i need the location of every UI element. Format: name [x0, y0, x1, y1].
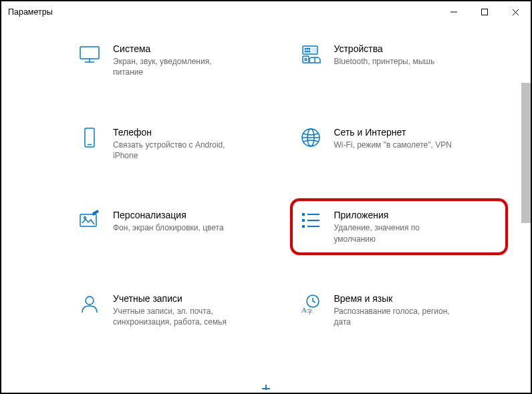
svg-point-10 [309, 48, 310, 49]
category-apps[interactable]: Приложения Удаление, значения по умолчан… [290, 198, 509, 255]
category-subtitle: Wi-Fi, режим "в самолете", VPN [334, 140, 452, 150]
minimize-button[interactable] [438, 1, 469, 23]
category-title: Устройства [334, 43, 435, 55]
category-title: Время и язык [334, 292, 454, 305]
accounts-icon [78, 292, 101, 315]
category-system[interactable]: Система Экран, звук, уведомления, питани… [78, 43, 273, 78]
svg-point-31 [86, 297, 94, 305]
close-button[interactable] [500, 1, 531, 23]
svg-point-12 [307, 51, 308, 52]
category-personalization[interactable]: Персонализация Фон, экран блокировки, цв… [78, 209, 273, 244]
devices-icon [299, 43, 322, 65]
svg-point-9 [307, 48, 308, 49]
titlebar: Параметры [1, 1, 531, 23]
scrollbar-thumb[interactable] [521, 83, 531, 223]
category-title: Телефон [113, 126, 233, 138]
settings-window: Параметры [0, 0, 532, 394]
monitor-icon [78, 43, 101, 65]
scrollbar[interactable] [520, 23, 531, 393]
network-icon [299, 126, 322, 149]
category-subtitle: Связать устройство с Android, iPhone [113, 140, 233, 161]
personalization-icon [78, 209, 101, 232]
svg-text:A: A [301, 306, 307, 314]
category-subtitle: Экран, звук, уведомления, питание [113, 56, 233, 77]
partial-icon [258, 382, 274, 394]
svg-line-34 [313, 301, 315, 303]
svg-point-24 [84, 217, 86, 219]
settings-content: Система Экран, звук, уведомления, питани… [1, 23, 520, 393]
svg-rect-27 [302, 219, 305, 222]
category-subtitle: Фон, экран блокировки, цвета [113, 222, 224, 233]
phone-icon [78, 126, 101, 149]
svg-rect-1 [482, 9, 488, 15]
category-title: Учетные записи [113, 292, 233, 305]
time-language-icon: A 字 [299, 292, 322, 315]
category-subtitle: Учетные записи, эл. почта, синхронизация… [113, 306, 233, 327]
category-title: Приложения [334, 209, 454, 221]
category-network[interactable]: Сеть и Интернет Wi-Fi, режим "в самолете… [299, 126, 494, 162]
svg-rect-29 [302, 225, 305, 228]
category-subtitle: Распознавание голоса, регион, дата [334, 306, 454, 327]
svg-rect-15 [303, 56, 309, 63]
category-title: Система [113, 43, 233, 55]
svg-point-8 [305, 48, 306, 49]
category-subtitle: Удаление, значения по умолчанию [334, 222, 454, 244]
category-devices[interactable]: Устройства Bluetooth, принтеры, мышь [299, 43, 494, 78]
category-title: Персонализация [113, 209, 224, 221]
category-time-language[interactable]: A 字 Время и язык Распознавание голоса, р… [299, 292, 494, 328]
svg-rect-25 [302, 213, 305, 216]
window-title: Параметры [8, 7, 53, 17]
svg-point-11 [305, 51, 306, 52]
category-subtitle: Bluetooth, принтеры, мышь [334, 56, 435, 67]
category-accounts[interactable]: Учетные записи Учетные записи, эл. почта… [78, 292, 273, 328]
category-title: Сеть и Интернет [334, 126, 452, 138]
svg-point-16 [305, 59, 307, 61]
svg-rect-4 [80, 47, 99, 59]
apps-icon [299, 209, 322, 232]
window-controls [438, 1, 531, 23]
svg-text:字: 字 [307, 309, 313, 315]
category-phone[interactable]: Телефон Связать устройство с Android, iP… [78, 126, 273, 162]
maximize-button[interactable] [469, 1, 500, 23]
svg-rect-14 [312, 48, 316, 52]
svg-point-13 [309, 51, 310, 52]
